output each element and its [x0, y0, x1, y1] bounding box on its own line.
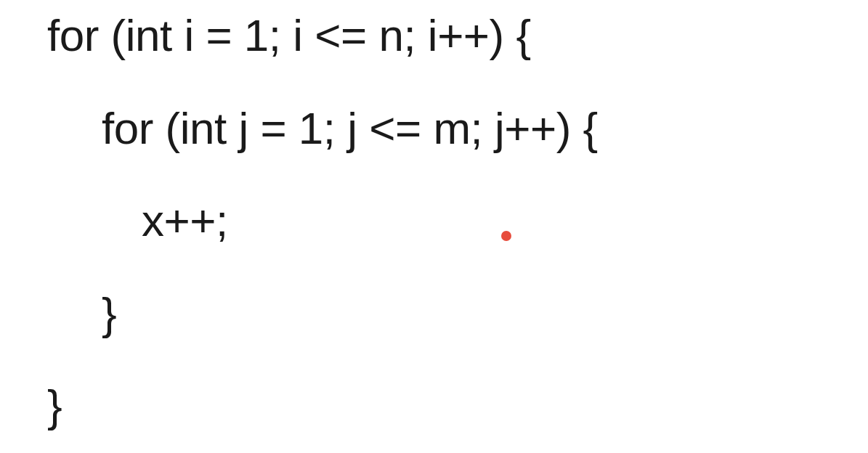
code-line-3: x++; — [47, 192, 868, 249]
code-snippet: for (int i = 1; i <= n; i++) { for (int … — [0, 7, 868, 434]
cursor-pointer-icon — [501, 231, 511, 241]
code-line-2: for (int j = 1; j <= m; j++) { — [47, 100, 868, 157]
code-line-4: } — [47, 285, 868, 342]
code-line-5: } — [47, 378, 868, 434]
code-line-1: for (int i = 1; i <= n; i++) { — [47, 7, 868, 64]
